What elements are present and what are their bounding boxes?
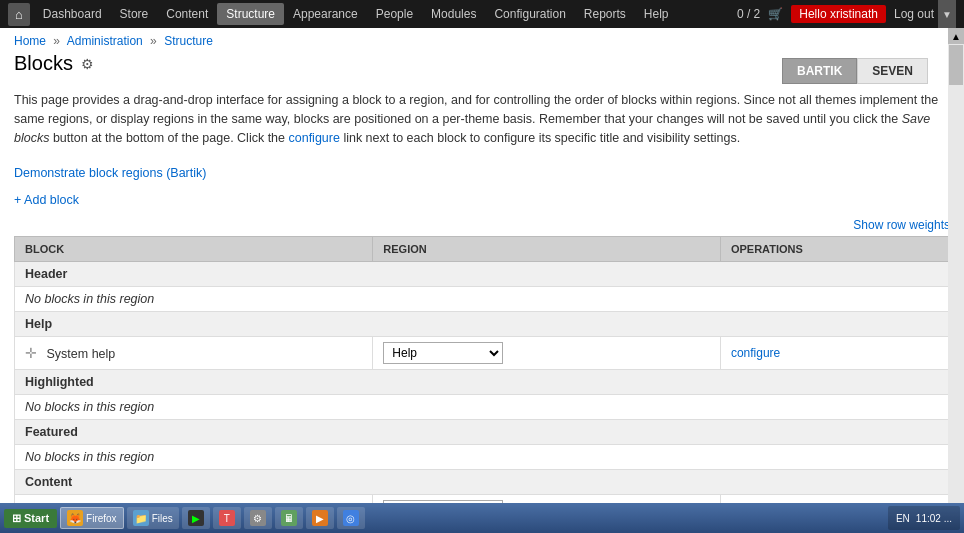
demo-link[interactable]: Demonstrate block regions (Bartik) [14, 166, 206, 180]
home-icon[interactable]: ⌂ [8, 3, 30, 26]
nav-modules[interactable]: Modules [422, 3, 485, 25]
no-blocks-text: No blocks in this region [15, 287, 950, 312]
block-label-system-help: ✛ System help [15, 337, 373, 370]
add-block-label: Add block [24, 193, 79, 207]
region-highlighted-empty: No blocks in this region [15, 395, 950, 420]
system-help-label: System help [46, 347, 115, 361]
files-icon: 📁 [133, 510, 149, 526]
show-row-weights-link[interactable]: Show row weights [853, 218, 950, 232]
nav-dashboard[interactable]: Dashboard [34, 3, 111, 25]
region-highlighted-row: Highlighted [15, 370, 950, 395]
taskbar-item-7[interactable]: ▶ [306, 507, 334, 528]
region-header-row: Header [15, 262, 950, 287]
operations-cell-help: configure [720, 337, 949, 370]
firefox-icon: 🦊 [67, 510, 83, 526]
drag-handle-icon[interactable]: ✛ [25, 345, 37, 361]
region-help-row: Help [15, 312, 950, 337]
settings-icon: ⚙ [250, 510, 266, 526]
main-content: This page provides a drag-and-drop inter… [0, 85, 964, 528]
taskbar-files[interactable]: 📁 Files [127, 507, 179, 528]
no-blocks-text-highlighted: No blocks in this region [15, 395, 950, 420]
breadcrumb: Home » Administration » Structure [0, 28, 964, 50]
breadcrumb-sep2: » [150, 34, 157, 48]
col-block: BLOCK [15, 237, 373, 262]
taskbar-terminal[interactable]: ▶ [182, 507, 210, 528]
breadcrumb-sep1: » [53, 34, 60, 48]
configure-link-help[interactable]: configure [731, 346, 780, 360]
region-featured-empty: No blocks in this region [15, 445, 950, 470]
breadcrumb-administration[interactable]: Administration [67, 34, 143, 48]
region-content-row: Content [15, 470, 950, 495]
scroll-track[interactable] [948, 44, 964, 528]
terminal-icon: ▶ [188, 510, 204, 526]
chrome-icon: ◎ [343, 510, 359, 526]
region-help-label: Help [15, 312, 950, 337]
nav-help[interactable]: Help [635, 3, 678, 25]
system-tray: EN 11:02 ... [888, 506, 960, 528]
user-section: 0 / 2 🛒 Hello xristinath Log out [737, 5, 934, 23]
region-select-cell-help: Help Header Content Featured Highlighted [373, 337, 721, 370]
lang-indicator: EN [896, 513, 910, 524]
top-navigation: ⌂ Dashboard Store Content Structure Appe… [0, 0, 964, 28]
add-block-container: + Add block [14, 192, 950, 207]
description-text: This page provides a drag-and-drop inter… [14, 85, 950, 153]
user-badge[interactable]: Hello xristinath [791, 5, 886, 23]
tab-bartik[interactable]: BARTIK [782, 58, 857, 84]
clock: 11:02 ... [916, 513, 952, 524]
tab-seven[interactable]: SEVEN [857, 58, 928, 84]
add-block-icon: + [14, 193, 21, 207]
cart-icon: 🛒 [768, 7, 783, 21]
nav-store[interactable]: Store [111, 3, 158, 25]
taskbar-firefox-label: Firefox [86, 513, 117, 524]
text-editor-icon: T [219, 510, 235, 526]
col-operations: OPERATIONS [720, 237, 949, 262]
right-scrollbar[interactable]: ▲ [948, 28, 964, 528]
nav-content[interactable]: Content [157, 3, 217, 25]
region-featured-label: Featured [15, 420, 950, 445]
nav-appearance[interactable]: Appearance [284, 3, 367, 25]
region-header-empty: No blocks in this region [15, 287, 950, 312]
taskbar-item-8[interactable]: ◎ [337, 507, 365, 528]
region-featured-row: Featured [15, 420, 950, 445]
region-highlighted-label: Highlighted [15, 370, 950, 395]
gear-icon[interactable]: ⚙ [81, 56, 94, 72]
theme-tabs: BARTIK SEVEN [782, 58, 928, 84]
table-row: ✛ System help Help Header Content Featur… [15, 337, 950, 370]
breadcrumb-home[interactable]: Home [14, 34, 46, 48]
no-blocks-text-featured: No blocks in this region [15, 445, 950, 470]
taskbar-files-label: Files [152, 513, 173, 524]
start-button[interactable]: ⊞ Start [4, 509, 57, 528]
taskbar: ⊞ Start 🦊 Firefox 📁 Files ▶ T ⚙ 🖩 ▶ ◎ EN… [0, 503, 964, 528]
region-content-label: Content [15, 470, 950, 495]
taskbar-text-editor[interactable]: T [213, 507, 241, 528]
configure-link-desc[interactable]: configure [288, 131, 339, 145]
demo-link-container: Demonstrate block regions (Bartik) [14, 165, 950, 180]
windows-icon: ⊞ [12, 512, 21, 525]
logout-button[interactable]: Log out [894, 7, 934, 21]
vlc-icon: ▶ [312, 510, 328, 526]
nav-structure[interactable]: Structure [217, 3, 284, 25]
scroll-up-button[interactable]: ▲ [948, 28, 964, 44]
page-title: Blocks [14, 52, 73, 75]
region-header-label: Header [15, 262, 950, 287]
region-select-help[interactable]: Help Header Content Featured Highlighted [383, 342, 503, 364]
taskbar-item-6[interactable]: 🖩 [275, 507, 303, 528]
start-label: Start [24, 512, 49, 524]
description-middle: button at the bottom of the page. Click … [49, 131, 288, 145]
nav-people[interactable]: People [367, 3, 422, 25]
nav-scroll-button[interactable]: ▼ [938, 0, 956, 28]
taskbar-firefox[interactable]: 🦊 Firefox [60, 507, 124, 528]
add-block-link[interactable]: + Add block [14, 193, 79, 207]
taskbar-settings[interactable]: ⚙ [244, 507, 272, 528]
description-before: This page provides a drag-and-drop inter… [14, 93, 938, 126]
scroll-thumb[interactable] [949, 45, 963, 85]
cart-count: 0 / 2 [737, 7, 760, 21]
breadcrumb-structure[interactable]: Structure [164, 34, 213, 48]
show-weights-container: Show row weights [14, 217, 950, 232]
col-region: REGION [373, 237, 721, 262]
nav-configuration[interactable]: Configuration [485, 3, 574, 25]
description-after: link next to each block to configure its… [340, 131, 740, 145]
calc-icon: 🖩 [281, 510, 297, 526]
nav-reports[interactable]: Reports [575, 3, 635, 25]
blocks-table: BLOCK REGION OPERATIONS Header No blocks… [14, 236, 950, 528]
